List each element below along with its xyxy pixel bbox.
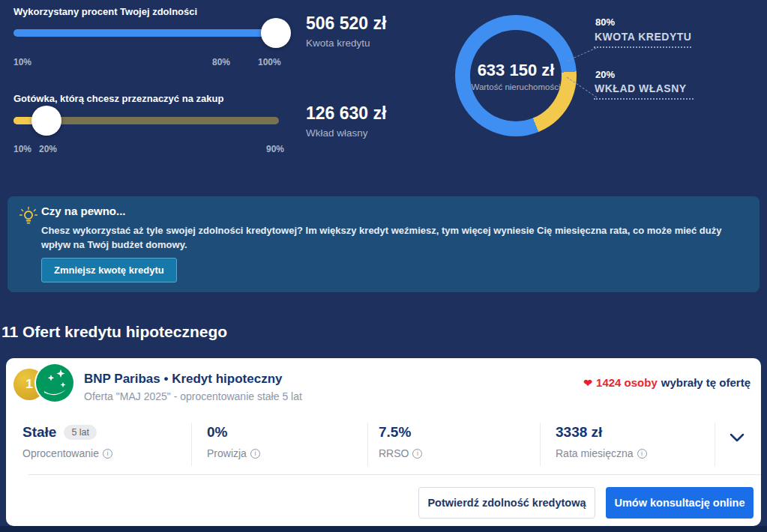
book-online-consultation-button[interactable]: Umów konsultację online [606,487,754,519]
interest-rate-label: Oprocentowanie [22,447,99,459]
monthly-payment-info-icon[interactable] [637,449,647,459]
rrso-value: 7.5% [379,424,422,441]
capacity-slider-label: Wykorzystany procent Twojej zdolności [13,6,197,17]
detail-rrso: 7.5% RRSO [379,424,422,459]
capacity-tick-max: 100% [258,57,281,67]
card-divider [28,474,761,475]
detail-commission: 0% Prowizja [207,424,260,459]
commission-value: 0% [207,424,260,441]
legend-credit-pct: 80% [595,16,615,28]
warning-body: Chesz wykorzystać aż tyle swojej zdolnoś… [41,223,739,252]
detail-monthly-payment: 3338 zł Rata miesięczna [556,424,647,459]
decrease-credit-button[interactable]: Zmniejsz kwotę kredytu [41,258,177,282]
popularity-text: wybrały tę ofertę [661,376,751,389]
cash-slider-handle[interactable] [31,106,61,136]
detail-interest-rate: Stałe 5 lat Oprocentowanie [22,424,112,459]
column-divider [715,423,715,466]
property-value-label: Wartość nieruchomości [471,82,560,91]
column-divider [540,423,541,466]
interest-rate-value: Stałe [22,424,56,441]
interest-info-icon[interactable] [103,449,112,459]
warning-title: Czy na pewno... [41,205,126,217]
lightbulb-icon [19,205,37,229]
interest-period-badge: 5 lat [64,425,97,440]
offer-subtitle: Oferta "MAJ 2025" - oprocentowanie stałe… [84,390,302,402]
column-divider [367,423,368,466]
cash-slider-label: Gotówka, którą chcesz przeznaczyć na zak… [13,93,223,104]
cash-tick-max: 90% [266,144,284,154]
heart-icon: ❤ [583,377,592,389]
rrso-label: RRSO [379,447,409,459]
mortgage-calculator-page: Wykorzystany procent Twojej zdolności 10… [0,0,767,532]
offer-card: 1 BNP Paribas • Kredyt hipoteczny Oferta… [6,358,761,526]
capacity-slider-handle[interactable] [261,18,291,48]
chevron-down-icon[interactable] [730,432,745,445]
own-contribution-value: 126 630 zł [306,103,386,124]
monthly-payment-label: Rata miesięczna [556,447,634,459]
offer-title: BNP Paribas • Kredyt hipoteczny [84,372,283,387]
popularity-count: 1424 osoby [596,376,658,389]
legend-credit-underline [594,46,691,48]
cash-tick-current: 20% [39,144,57,154]
legend-own-pct: 20% [595,69,615,80]
capacity-tick-mid: 80% [212,57,230,67]
legend-own-underline [594,98,694,100]
bottom-strip [0,526,767,532]
capacity-slider-track[interactable] [13,29,279,37]
offer-popularity: ❤ 1424 osoby wybrały tę ofertę [583,376,751,389]
legend-own-label: WKŁAD WŁASNY [595,82,687,94]
cash-slider-track[interactable] [13,117,279,124]
bnp-paribas-logo [36,364,73,402]
capacity-tick-min: 10% [13,57,31,67]
credit-amount-label: Kwota kredytu [306,37,370,49]
column-divider [191,423,192,466]
rrso-info-icon[interactable] [412,449,422,459]
credit-amount-value: 506 520 zł [306,13,386,34]
commission-label: Prowizja [207,447,247,459]
legend-credit-label: KWOTA KREDYTU [595,31,691,43]
cash-tick-min: 10% [13,144,31,154]
own-contribution-label: Wkład własny [306,127,368,139]
offers-count-header: 11 Ofert kredytu hipotecznego [1,323,227,341]
property-value-donut-chart: 633 150 zł Wartość nieruchomości [455,15,577,136]
commission-info-icon[interactable] [250,449,260,459]
property-value: 633 150 zł [478,61,555,80]
confirm-creditworthiness-button[interactable]: Potwierdź zdolność kredytową [418,487,595,519]
monthly-payment-value: 3338 zł [556,424,647,441]
donut-center: 633 150 zł Wartość nieruchomości [455,15,577,136]
